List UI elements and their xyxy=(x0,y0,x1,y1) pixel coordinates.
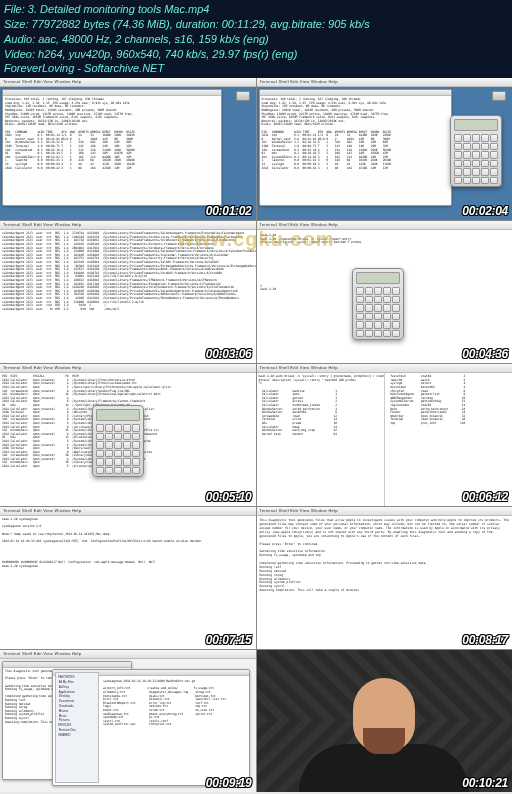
size-line: Size: 77972882 bytes (74.36 MiB), durati… xyxy=(4,17,508,32)
finder-sidebar: FAVORITES All My Files AirDrop Applicati… xyxy=(55,672,99,783)
dtrace-right: fseventsd stat64 2 launchd wait4 2 syslo… xyxy=(385,373,512,506)
audio-line: Audio: aac, 48000 Hz, 2 channels, s16, 1… xyxy=(4,32,508,47)
timestamp: 00:08:17 xyxy=(462,633,508,647)
terminal-top: Processes: 189 total, 2 running, 187 sle… xyxy=(259,89,453,206)
terminal-top: Processes: 189 total, 2 running, 187 sle… xyxy=(2,89,222,206)
calc-buttons xyxy=(451,133,501,187)
menubar: Terminal Shell Edit View Window Help xyxy=(0,221,256,230)
menubar: Terminal Shell Edit View Window Help xyxy=(257,78,513,87)
hd-icon xyxy=(236,91,250,101)
thumb-1: Terminal Shell Edit View Window Help Pro… xyxy=(0,78,256,220)
timestamp: 00:01:02 xyxy=(206,204,252,218)
calc-display xyxy=(356,272,400,284)
finder-window: FAVORITES All My Files AirDrop Applicati… xyxy=(52,669,250,786)
timestamp: 00:04:36 xyxy=(462,347,508,361)
timestamp: 00:10:21 xyxy=(462,776,508,790)
file-line: File: 3. Detailed monitoring tools Mac.m… xyxy=(4,2,508,17)
calc-buttons xyxy=(93,423,143,477)
menubar: Terminal Shell Edit View Window Help xyxy=(0,650,256,659)
thumb-7: Terminal Shell Edit View Window Help bas… xyxy=(0,507,256,649)
thumb-4: Terminal Shell Edit View Window Help bas… xyxy=(257,221,513,363)
menubar: Terminal Shell Edit View Window Help xyxy=(0,507,256,516)
media-info-header: File: 3. Detailed monitoring tools Mac.m… xyxy=(0,0,512,78)
dtrace-left: bash-3.2# sudo dtrace -n 'syscall:::entr… xyxy=(257,373,385,506)
presenter-video xyxy=(257,650,513,792)
thumb-2: Terminal Shell Edit View Window Help Pro… xyxy=(257,78,513,220)
hd-icon xyxy=(492,91,506,101)
timestamp: 00:06:12 xyxy=(462,490,508,504)
timestamp: 00:02:04 xyxy=(462,204,508,218)
thumb-6: Terminal Shell Edit View Window Help bas… xyxy=(257,364,513,506)
timestamp: 00:05:10 xyxy=(206,490,252,504)
thumb-10: 00:10:21 xyxy=(257,650,513,792)
top-output: Processes: 189 total, 2 running, 187 sle… xyxy=(3,96,221,172)
menubar: Terminal Shell Edit View Window Help xyxy=(0,364,256,373)
calculator-window xyxy=(92,405,144,477)
sysdiag-running: This diagnostic tool generates files tha… xyxy=(257,516,513,649)
menubar: Terminal Shell Edit View Window Help xyxy=(257,221,513,230)
sysdiag-output: bash-3.2# sysdiagnose sysdiagnose versio… xyxy=(0,516,256,649)
calculator-window xyxy=(352,268,404,340)
thumb-5: Terminal Shell Edit View Window Help PID… xyxy=(0,364,256,506)
presenter-head xyxy=(353,678,415,752)
menubar: Terminal Shell Edit View Window Help xyxy=(257,507,513,516)
timestamp: 00:07:15 xyxy=(206,633,252,647)
timestamp: 00:03:06 xyxy=(206,347,252,361)
calc-display xyxy=(454,119,498,131)
top-output: Processes: 189 total, 2 running, 187 sle… xyxy=(260,96,452,172)
menubar: Terminal Shell Edit View Window Help xyxy=(0,78,256,87)
finder-files: sysdiagnose_2014.02.14_18-19-33-0800_Mac… xyxy=(101,678,247,783)
menubar: Terminal Shell Edit View Window Help xyxy=(257,364,513,373)
calculator-window xyxy=(450,115,502,187)
timestamp: 00:09:19 xyxy=(206,776,252,790)
thumb-9: Terminal Shell Edit View Window Help Thi… xyxy=(0,650,256,792)
credit-line: ForeverLoving - Softarchive.NET xyxy=(4,61,508,76)
lsof-output: calendarAgent 2123 user txt REG 1,4 2719… xyxy=(0,230,256,363)
calc-display xyxy=(96,409,140,421)
thumb-8: Terminal Shell Edit View Window Help Thi… xyxy=(257,507,513,649)
calc-buttons xyxy=(353,286,403,340)
video-line: Video: h264, yuv420p, 960x540, 740 kb/s,… xyxy=(4,47,508,62)
thumb-3: Terminal Shell Edit View Window Help cal… xyxy=(0,221,256,363)
thumbnail-grid: Terminal Shell Edit View Window Help Pro… xyxy=(0,78,512,792)
